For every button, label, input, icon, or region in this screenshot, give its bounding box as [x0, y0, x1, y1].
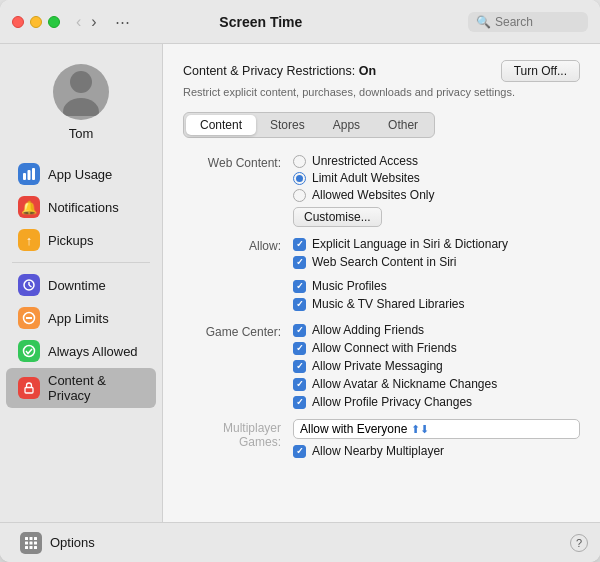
svg-rect-11: [25, 388, 33, 394]
notifications-icon: 🔔: [18, 196, 40, 218]
radio-circle-unrestricted: [293, 155, 306, 168]
unrestricted-label: Unrestricted Access: [312, 154, 418, 168]
allowed-only-label: Allowed Websites Only: [312, 188, 435, 202]
web-content-options: Unrestricted Access Limit Adult Websites…: [293, 154, 580, 227]
check-music-profiles[interactable]: Music Profiles: [293, 279, 580, 293]
checkbox-profile-privacy: [293, 396, 306, 409]
music-checkbox-group: Music Profiles Music & TV Shared Librari…: [293, 279, 580, 311]
explicit-siri-label: Explicit Language in Siri & Dictionary: [312, 237, 508, 251]
pickups-label: Pickups: [48, 233, 94, 248]
private-messaging-label: Allow Private Messaging: [312, 359, 443, 373]
tab-other[interactable]: Other: [374, 115, 432, 135]
multiplayer-select-value: Allow with Everyone: [300, 422, 407, 436]
tabs: Content Stores Apps Other: [183, 112, 435, 138]
main-layout: Tom App Usage 🔔 Notifications: [0, 44, 600, 522]
svg-rect-19: [30, 546, 33, 549]
bottom-bar: Options ?: [0, 522, 600, 562]
profile-privacy-label: Allow Profile Privacy Changes: [312, 395, 472, 409]
titlebar: ‹ › ⋯ Screen Time 🔍: [0, 0, 600, 44]
svg-rect-15: [25, 541, 28, 544]
checkbox-connect-friends: [293, 342, 306, 355]
tab-stores[interactable]: Stores: [256, 115, 319, 135]
window: ‹ › ⋯ Screen Time 🔍 Tom: [0, 0, 600, 562]
sidebar-item-pickups[interactable]: ↑ Pickups: [6, 224, 156, 256]
multiplayer-select[interactable]: Allow with Everyone ⬆⬇: [293, 419, 580, 439]
multiplayer-label: Multiplayer Games:: [183, 419, 293, 449]
radio-limit-adult[interactable]: Limit Adult Websites: [293, 171, 580, 185]
music-items: Music Profiles Music & TV Shared Librari…: [293, 279, 580, 311]
search-input[interactable]: [495, 15, 580, 29]
svg-rect-20: [34, 546, 37, 549]
search-icon: 🔍: [476, 15, 491, 29]
check-allow-nearby[interactable]: Allow Nearby Multiplayer: [293, 444, 580, 458]
multiplayer-content: Allow with Everyone ⬆⬇ Allow Nearby Mult…: [293, 419, 580, 458]
game-center-checkbox-group: Allow Adding Friends Allow Connect with …: [293, 323, 580, 409]
customise-button[interactable]: Customise...: [293, 207, 382, 227]
app-usage-label: App Usage: [48, 167, 112, 182]
minimize-button[interactable]: [30, 16, 42, 28]
sidebar-item-always-allowed[interactable]: Always Allowed: [6, 335, 156, 367]
downtime-icon: [18, 274, 40, 296]
maximize-button[interactable]: [48, 16, 60, 28]
always-allowed-label: Always Allowed: [48, 344, 138, 359]
web-content-section: Web Content: Unrestricted Access Limit A…: [183, 154, 580, 227]
allow-nearby-row: Allow Nearby Multiplayer: [293, 444, 580, 458]
options-item[interactable]: Options: [12, 528, 103, 558]
options-icon: [20, 532, 42, 554]
sidebar-item-notifications[interactable]: 🔔 Notifications: [6, 191, 156, 223]
svg-rect-16: [30, 541, 33, 544]
content-privacy-icon: [18, 377, 40, 399]
tab-apps[interactable]: Apps: [319, 115, 374, 135]
restriction-subtitle: Restrict explicit content, purchases, do…: [183, 86, 580, 98]
help-button[interactable]: ?: [570, 534, 588, 552]
avatar: [53, 64, 109, 120]
sidebar-nav: App Usage 🔔 Notifications ↑ Pickups: [0, 157, 162, 522]
sidebar-item-content-privacy[interactable]: Content & Privacy: [6, 368, 156, 408]
svg-rect-4: [32, 168, 35, 180]
svg-rect-18: [25, 546, 28, 549]
limit-adult-label: Limit Adult Websites: [312, 171, 420, 185]
turn-off-button[interactable]: Turn Off...: [501, 60, 580, 82]
check-private-messaging[interactable]: Allow Private Messaging: [293, 359, 580, 373]
svg-rect-3: [28, 170, 31, 180]
sidebar-item-downtime[interactable]: Downtime: [6, 269, 156, 301]
search-box[interactable]: 🔍: [468, 12, 588, 32]
svg-rect-2: [23, 173, 26, 180]
check-avatar-nickname[interactable]: Allow Avatar & Nickname Changes: [293, 377, 580, 391]
content-panel: Content & Privacy Restrictions: On Turn …: [163, 44, 600, 522]
music-profiles-label: Music Profiles: [312, 279, 387, 293]
sidebar-item-app-limits[interactable]: App Limits: [6, 302, 156, 334]
close-button[interactable]: [12, 16, 24, 28]
checkbox-private-messaging: [293, 360, 306, 373]
tab-content[interactable]: Content: [186, 115, 256, 135]
restriction-state: On: [359, 64, 376, 78]
web-content-label: Web Content:: [183, 154, 293, 170]
radio-unrestricted[interactable]: Unrestricted Access: [293, 154, 580, 168]
options-label: Options: [50, 535, 95, 550]
svg-rect-13: [30, 537, 33, 540]
always-allowed-icon: [18, 340, 40, 362]
svg-point-1: [63, 98, 99, 116]
downtime-label: Downtime: [48, 278, 106, 293]
window-title: Screen Time: [62, 14, 460, 30]
radio-allowed-only[interactable]: Allowed Websites Only: [293, 188, 580, 202]
restriction-title: Content & Privacy Restrictions: On: [183, 64, 376, 78]
check-web-search-siri[interactable]: Web Search Content in Siri: [293, 255, 580, 269]
check-explicit-siri[interactable]: Explicit Language in Siri & Dictionary: [293, 237, 580, 251]
music-label: [183, 279, 293, 281]
checkbox-music-tv: [293, 298, 306, 311]
check-connect-friends[interactable]: Allow Connect with Friends: [293, 341, 580, 355]
username: Tom: [69, 126, 94, 141]
restriction-header: Content & Privacy Restrictions: On Turn …: [183, 60, 580, 82]
check-profile-privacy[interactable]: Allow Profile Privacy Changes: [293, 395, 580, 409]
check-music-tv[interactable]: Music & TV Shared Libraries: [293, 297, 580, 311]
radio-circle-limit-adult: [293, 172, 306, 185]
radio-circle-allowed-only: [293, 189, 306, 202]
check-adding-friends[interactable]: Allow Adding Friends: [293, 323, 580, 337]
music-tv-label: Music & TV Shared Libraries: [312, 297, 465, 311]
multiplayer-section: Multiplayer Games: Allow with Everyone ⬆…: [183, 419, 580, 458]
web-search-siri-label: Web Search Content in Siri: [312, 255, 457, 269]
sidebar-item-app-usage[interactable]: App Usage: [6, 158, 156, 190]
select-arrow-icon: ⬆⬇: [411, 423, 429, 436]
game-center-label: Game Center:: [183, 323, 293, 339]
